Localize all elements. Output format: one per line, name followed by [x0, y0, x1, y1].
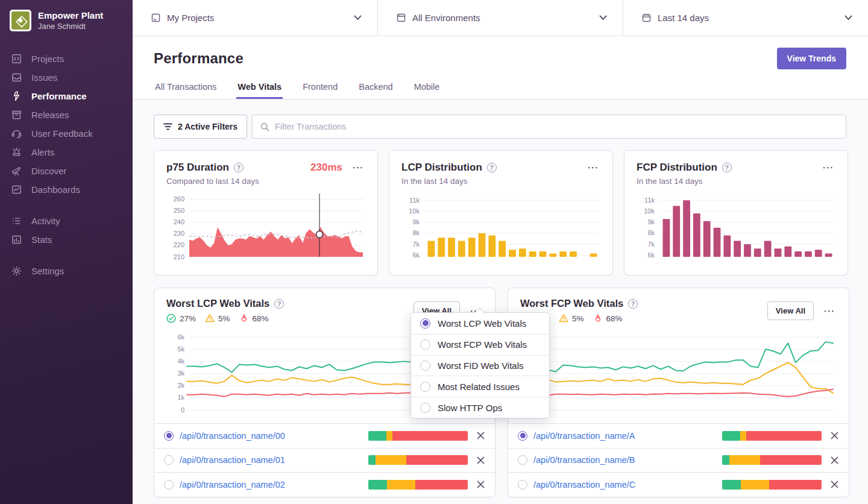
transaction-list: /api/0/transaction_name/A /api/0/transac… [508, 423, 849, 497]
card-title: LCP Distribution [401, 162, 482, 174]
transaction-radio[interactable] [164, 431, 174, 441]
view-trends-button[interactable]: View Trends [777, 48, 846, 69]
dropdown-radio[interactable] [420, 339, 430, 350]
sidebar-item-stats[interactable]: Stats [0, 230, 133, 249]
card-subtitle: In the last 14 days [637, 177, 835, 186]
tab-web-vitals[interactable]: Web Vitals [236, 82, 283, 99]
card-title: p75 Duration [166, 162, 229, 174]
help-icon[interactable]: ? [274, 299, 284, 309]
transaction-link[interactable]: /api/0/transaction_name/00 [180, 431, 285, 441]
sidebar-item-label: Activity [31, 216, 60, 226]
issues-icon [11, 72, 22, 83]
close-icon[interactable] [830, 480, 839, 489]
svg-text:250: 250 [174, 207, 184, 214]
svg-text:6k: 6k [412, 251, 420, 259]
sidebar-item-alerts[interactable]: Alerts [0, 143, 133, 162]
transaction-list: /api/0/transaction_name/00 /api/0/transa… [154, 423, 495, 497]
dropdown-radio[interactable] [420, 318, 430, 329]
card-title: Worst FCP Web Vitals [520, 298, 623, 309]
close-icon[interactable] [830, 456, 839, 465]
svg-text:240: 240 [174, 218, 184, 225]
close-icon[interactable] [830, 431, 839, 440]
sidebar-item-activity[interactable]: Activity [0, 212, 133, 230]
dropdown-item-worst-fcp[interactable]: Worst FCP Web Vitals [411, 334, 549, 355]
svg-text:11k: 11k [644, 197, 655, 204]
active-filters-label: 2 Active Filters [178, 122, 237, 131]
content: 2 Active Filters p75 Duration ? 230ms ⋯ … [133, 99, 868, 504]
vitals-stacked-bar [722, 455, 822, 465]
transaction-link[interactable]: /api/0/transaction_name/C [533, 480, 635, 490]
svg-text:8k: 8k [412, 229, 420, 236]
close-icon[interactable] [476, 456, 485, 465]
stats-icon [11, 234, 22, 245]
chevron-down-icon [599, 15, 607, 20]
tab-backend[interactable]: Backend [357, 82, 394, 99]
org-user: Jane Schmidt [38, 22, 103, 31]
dropdown-item-worst-lcp[interactable]: Worst LCP Web Vitals [411, 313, 549, 334]
date-range-filter[interactable]: Last 14 days [623, 0, 868, 36]
card-title: FCP Distribution [637, 162, 717, 174]
warning-triangle-icon [559, 313, 568, 323]
transaction-link[interactable]: /api/0/transaction_name/A [533, 431, 635, 441]
more-options-button[interactable]: ⋯ [351, 160, 365, 174]
close-icon[interactable] [476, 431, 485, 440]
dropdown-item-most-related-issues[interactable]: Most Related Issues [411, 376, 549, 397]
releases-icon [11, 109, 22, 121]
sidebar-item-dashboards[interactable]: Dashboards [0, 180, 133, 199]
chevron-down-icon [844, 15, 852, 20]
transaction-radio[interactable] [518, 455, 527, 465]
project-filter[interactable]: My Projects [133, 0, 378, 36]
vitals-stacked-bar [368, 431, 468, 441]
sidebar-item-settings[interactable]: Settings [0, 262, 133, 280]
sidebar-item-label: Settings [31, 266, 64, 276]
dropdown-item-slow-http-ops[interactable]: Slow HTTP Ops [411, 397, 549, 418]
transaction-radio[interactable] [518, 431, 527, 441]
transaction-row: /api/0/transaction_name/00 [154, 423, 495, 448]
transaction-link[interactable]: /api/0/transaction_name/02 [180, 480, 285, 490]
poor-badge: 68% [239, 313, 269, 323]
dropdown-radio[interactable] [420, 403, 430, 413]
sidebar-item-user-feedback[interactable]: User Feedback [0, 124, 133, 143]
more-options-button[interactable]: ⋯ [822, 304, 837, 318]
svg-text:1k: 1k [177, 394, 184, 401]
chart-icon [11, 184, 22, 195]
svg-text:7k: 7k [647, 241, 655, 248]
transaction-radio[interactable] [518, 480, 527, 490]
tab-frontend[interactable]: Frontend [301, 82, 339, 99]
more-options-button[interactable]: ⋯ [586, 160, 600, 174]
transaction-link[interactable]: /api/0/transaction_name/01 [180, 455, 285, 465]
help-icon[interactable]: ? [234, 163, 244, 172]
transaction-radio[interactable] [164, 480, 174, 490]
transaction-radio[interactable] [164, 455, 174, 465]
tab-mobile[interactable]: Mobile [413, 82, 441, 99]
fire-icon [239, 313, 249, 323]
active-filters-button[interactable]: 2 Active Filters [154, 115, 247, 139]
list-icon [11, 215, 22, 227]
sidebar-item-releases[interactable]: Releases [0, 106, 133, 124]
sidebar-nav: Projects Issues Performance Releases Use… [0, 49, 133, 280]
help-icon[interactable]: ? [487, 163, 497, 172]
sidebar-item-issues[interactable]: Issues [0, 68, 133, 87]
dropdown-radio[interactable] [420, 382, 430, 392]
search-input[interactable] [275, 122, 838, 131]
help-icon[interactable]: ? [722, 163, 732, 172]
chevron-down-icon [354, 15, 362, 20]
calendar-icon [641, 13, 652, 23]
org-logo [10, 10, 31, 31]
project-filter-label: My Projects [167, 13, 214, 23]
dropdown-item-worst-fid[interactable]: Worst FID Web Vitals [411, 355, 549, 376]
more-options-button[interactable]: ⋯ [821, 160, 835, 174]
sidebar-item-performance[interactable]: Performance [0, 87, 133, 106]
tab-all-transactions[interactable]: All Transactions [154, 82, 218, 99]
view-all-button[interactable]: View All [767, 301, 814, 320]
sidebar-item-label: Dashboards [31, 184, 80, 195]
dropdown-radio[interactable] [420, 361, 430, 371]
transaction-link[interactable]: /api/0/transaction_name/B [533, 455, 635, 465]
vitals-type-dropdown: Worst LCP Web Vitals Worst FCP Web Vital… [410, 312, 550, 418]
close-icon[interactable] [476, 480, 485, 489]
help-icon[interactable]: ? [628, 299, 638, 309]
environment-filter[interactable]: All Environments [378, 0, 623, 36]
sidebar-item-projects[interactable]: Projects [0, 49, 133, 68]
org-switcher[interactable]: Empower Plant Jane Schmidt [0, 10, 133, 31]
sidebar-item-discover[interactable]: Discover [0, 162, 133, 180]
